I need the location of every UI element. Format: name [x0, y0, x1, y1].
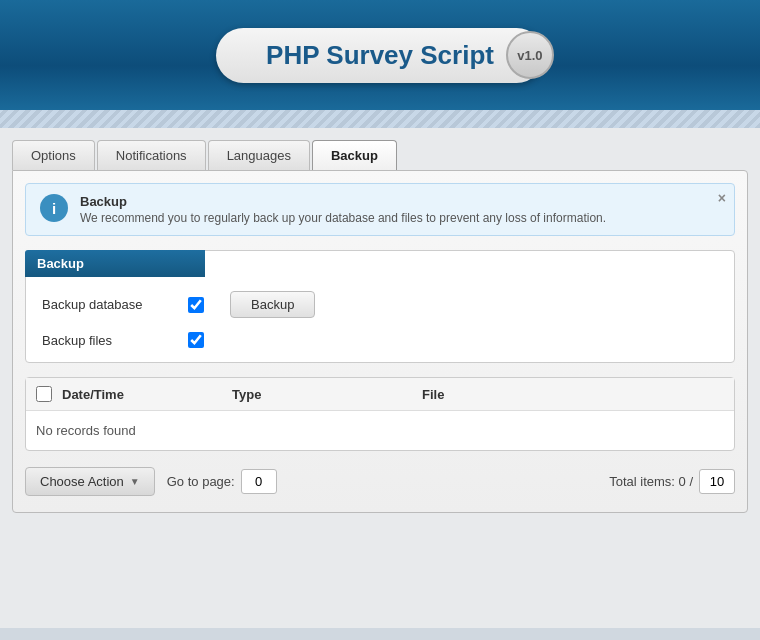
total-items-label: Total items: 0 /	[609, 474, 693, 489]
info-icon: i	[40, 194, 68, 222]
table-header-row: Date/Time Type File	[26, 378, 734, 411]
backup-files-label: Backup files	[42, 333, 172, 348]
page-header: PHP Survey Script v1.0	[0, 0, 760, 110]
choose-action-button[interactable]: Choose Action ▼	[25, 467, 155, 496]
tab-notifications[interactable]: Notifications	[97, 140, 206, 170]
col-datetime-header: Date/Time	[62, 387, 222, 402]
backup-files-row: Backup files	[42, 332, 718, 348]
logo-container: PHP Survey Script v1.0	[216, 28, 544, 83]
tab-backup[interactable]: Backup	[312, 140, 397, 170]
backup-section-body: Backup database Backup Backup files	[26, 277, 734, 362]
header-stripe	[0, 110, 760, 128]
main-content: Options Notifications Languages Backup i…	[0, 128, 760, 628]
dropdown-arrow-icon: ▼	[130, 476, 140, 487]
bottom-bar: Choose Action ▼ Go to page: Total items:…	[25, 463, 735, 500]
col-type-header: Type	[232, 387, 412, 402]
backup-database-row: Backup database Backup	[42, 291, 718, 318]
go-to-page-container: Go to page:	[167, 469, 277, 494]
backup-database-checkbox[interactable]	[188, 297, 204, 313]
tab-bar: Options Notifications Languages Backup	[12, 140, 748, 170]
per-page-input[interactable]	[699, 469, 735, 494]
tab-languages[interactable]: Languages	[208, 140, 310, 170]
info-text: Backup We recommend you to regularly bac…	[80, 194, 606, 225]
col-file-header: File	[422, 387, 724, 402]
no-records-message: No records found	[26, 411, 734, 450]
records-table: Date/Time Type File No records found	[25, 377, 735, 451]
backup-files-checkbox[interactable]	[188, 332, 204, 348]
version-badge: v1.0	[506, 31, 554, 79]
go-to-page-label: Go to page:	[167, 474, 235, 489]
select-all-checkbox[interactable]	[36, 386, 52, 402]
backup-section: Backup Backup database Backup Backup fil…	[25, 250, 735, 363]
backup-database-label: Backup database	[42, 297, 172, 312]
backup-section-header: Backup	[25, 250, 205, 277]
choose-action-label: Choose Action	[40, 474, 124, 489]
page-number-input[interactable]	[241, 469, 277, 494]
info-description: We recommend you to regularly back up yo…	[80, 211, 606, 225]
tab-options[interactable]: Options	[12, 140, 95, 170]
content-panel: i Backup We recommend you to regularly b…	[12, 170, 748, 513]
total-items-container: Total items: 0 /	[609, 469, 735, 494]
info-close-button[interactable]: ×	[718, 190, 726, 206]
info-box: i Backup We recommend you to regularly b…	[25, 183, 735, 236]
app-title: PHP Survey Script	[266, 40, 494, 71]
info-title: Backup	[80, 194, 606, 209]
backup-button[interactable]: Backup	[230, 291, 315, 318]
